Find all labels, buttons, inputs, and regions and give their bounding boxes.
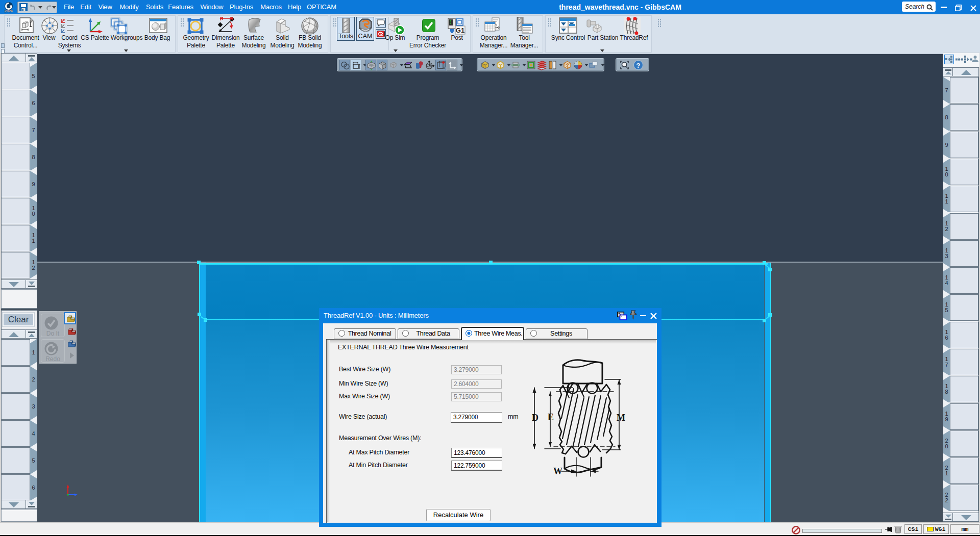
- svg-text:?: ?: [636, 62, 641, 69]
- svg-text:M: M: [617, 413, 625, 423]
- svg-text:G1: G1: [456, 27, 464, 34]
- svg-text:2026: 2026: [5, 9, 13, 13]
- svg-text:W: W: [553, 466, 562, 476]
- svg-text:E: E: [548, 412, 554, 422]
- svg-text:D: D: [532, 413, 538, 423]
